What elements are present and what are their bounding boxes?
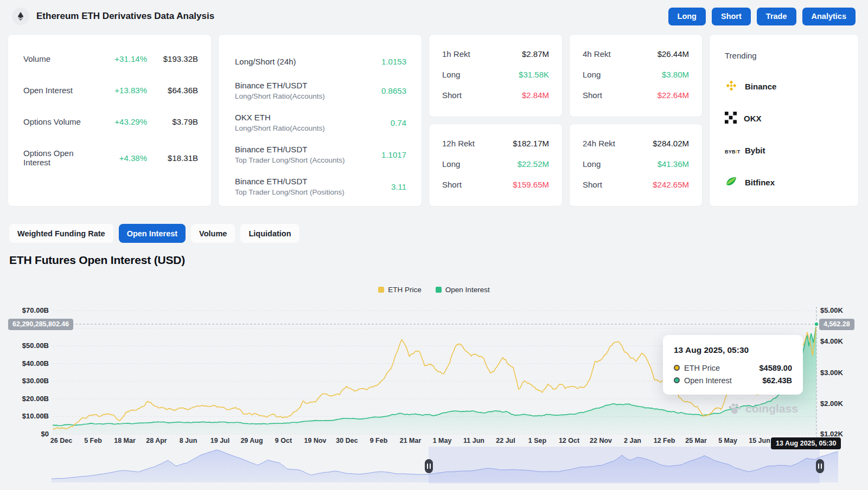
tooltip-date: 13 Aug 2025, 05:30 [674, 345, 792, 355]
header-button-short[interactable]: Short [712, 8, 751, 25]
y-axis-tick-right: $2.00K [820, 399, 866, 408]
rekt-row-label: Long [442, 70, 460, 79]
tab-open-interest[interactable]: Open Interest [119, 224, 186, 243]
header-button-long[interactable]: Long [668, 8, 706, 25]
legend-swatch [378, 287, 384, 293]
trending-list: BinanceOKXBYBITBybitBitfinex [725, 80, 843, 189]
legend-swatch [436, 287, 442, 293]
trending-item-bitfinex[interactable]: Bitfinex [725, 176, 843, 189]
rekt-row-label: Long [583, 70, 601, 79]
rekt-total: $284.02M [653, 139, 689, 148]
stat-label: Volume [23, 54, 100, 63]
rekt-row: Short$242.65M [583, 180, 689, 189]
stat-change: +43.29% [100, 117, 147, 126]
chart-section-title: ETH Futures Open Interest (USD) [9, 254, 185, 267]
y-axis-tick-right: $4.00K [820, 337, 866, 345]
rekt-row-label: Short [583, 91, 602, 100]
tooltip-series-label: ETH Price [684, 364, 755, 372]
trending-item-okx[interactable]: OKX [725, 112, 843, 125]
ratio-value: 1.1017 [381, 150, 406, 159]
navigator-selection[interactable] [429, 447, 820, 483]
rekt-total: $2.87M [522, 49, 549, 59]
rekt-title: 1h Rekt [442, 49, 470, 59]
ratio-row: OKX ETHLong/Short Ratio(Accounts)0.74 [235, 111, 406, 134]
stat-label: Options Volume [23, 117, 100, 126]
ratio-row: Binance ETH/USDTLong/Short Ratio(Account… [235, 79, 406, 102]
coinglass-logo-icon [727, 402, 742, 416]
navigator-left-handle[interactable] [425, 459, 433, 473]
header-button-analytics[interactable]: Analytics [802, 8, 856, 25]
summary-cards: Volume+31.14%$193.32BOpen Interest+13.83… [8, 34, 859, 207]
navigator-chart[interactable] [52, 447, 838, 483]
page-title: Ethereum ETH Derivatives Data Analysis [36, 11, 214, 22]
tab-volume[interactable]: Volume [191, 224, 235, 243]
legend-item-eth-price[interactable]: ETH Price [378, 286, 422, 294]
stat-row: Volume+31.14%$193.32B [23, 54, 198, 63]
legend-item-open-interest[interactable]: Open Interest [436, 286, 490, 294]
stat-change: +13.83% [100, 86, 147, 95]
chart-tabs: Weighted Funding RateOpen InterestVolume… [9, 224, 299, 243]
chart-tooltip: 13 Aug 2025, 05:30 ETH Price$4589.00Open… [663, 335, 803, 395]
rekt-row-value: $3.80M [662, 70, 689, 79]
stat-row: Open Interest+13.83%$64.36B [23, 86, 198, 95]
rekt-title-row: 4h Rekt$26.44M [583, 49, 689, 59]
tab-liquidation[interactable]: Liquidation [240, 224, 299, 243]
rekt-title: 4h Rekt [583, 49, 611, 59]
rekt-title-row: 1h Rekt$2.87M [442, 49, 549, 59]
stat-value: $3.79B [147, 117, 198, 126]
rekt-card-12h: 12h Rekt$182.17MLong$22.52MShort$159.65M [429, 124, 563, 207]
legend-label: Open Interest [445, 286, 490, 294]
ratio-value: 0.8653 [381, 86, 406, 95]
tab-weighted-funding-rate[interactable]: Weighted Funding Rate [9, 224, 113, 243]
chart-legend: ETH PriceOpen Interest [0, 286, 868, 294]
trending-item-label: Binance [745, 82, 776, 91]
volume-stats-card: Volume+31.14%$193.32BOpen Interest+13.83… [8, 34, 212, 207]
rekt-card-4h: 4h Rekt$26.44MLong$3.80MShort$22.64M [569, 34, 703, 117]
trending-item-binance[interactable]: Binance [725, 80, 843, 93]
rekt-row: Short$2.84M [442, 91, 549, 100]
stat-value: $64.36B [147, 86, 198, 95]
tooltip-row: ETH Price$4589.00 [674, 362, 792, 374]
rekt-column-2: 4h Rekt$26.44MLong$3.80MShort$22.64M24h … [569, 34, 703, 207]
ratio-labels: Binance ETH/USDTTop Trader Long/Short (A… [235, 145, 381, 164]
header-button-trade[interactable]: Trade [757, 8, 796, 25]
y-axis-tick-right: $3.00K [820, 369, 866, 377]
ratio-label: Binance ETH/USDT [235, 81, 381, 90]
rekt-total: $26.44M [658, 49, 689, 59]
rekt-row-value: $159.65M [513, 180, 549, 189]
ratio-sublabel: Top Trader Long/Short (Positions) [235, 188, 391, 196]
ratio-row: Binance ETH/USDTTop Trader Long/Short (A… [235, 143, 406, 166]
y-axis-tick-left: $50.00B [3, 341, 49, 350]
navigator-right-handle[interactable] [816, 459, 824, 473]
bybit-icon: BYBIT [725, 146, 738, 155]
crosshair-date-badge: 13 Aug 2025, 05:30 [771, 437, 841, 449]
rekt-card-1h: 1h Rekt$2.87MLong$31.58KShort$2.84M [429, 34, 563, 117]
rekt-row: Long$41.36M [583, 159, 689, 169]
ratio-value: 3.11 [391, 182, 406, 191]
ratio-label: OKX ETH [235, 113, 391, 122]
trending-item-bybit[interactable]: BYBITBybit [725, 144, 843, 157]
rekt-row-label: Short [442, 91, 462, 100]
rekt-row: Long$3.80M [583, 70, 689, 79]
tooltip-series-value: $4589.00 [760, 364, 792, 372]
ethereum-icon [12, 8, 29, 25]
rekt-row-value: $31.58K [519, 70, 549, 79]
stat-change: +31.14% [100, 54, 147, 63]
ratio-labels: Binance ETH/USDTTop Trader Long/Short (P… [235, 177, 391, 196]
rekt-row-value: $22.64M [658, 91, 689, 100]
binance-icon [725, 79, 738, 94]
ratio-label: Long/Short (24h) [235, 57, 381, 66]
coinglass-watermark: coinglass [727, 402, 798, 416]
tooltip-row: Open Interest$62.43B [674, 374, 792, 386]
ratio-sublabel: Long/Short Ratio(Accounts) [235, 124, 391, 132]
coinglass-watermark-text: coinglass [745, 402, 798, 415]
rekt-row-value: $2.84M [522, 91, 549, 100]
rekt-title-row: 12h Rekt$182.17M [442, 139, 549, 148]
ratio-label: Binance ETH/USDT [235, 145, 381, 154]
ratio-labels: Long/Short (24h) [235, 57, 381, 66]
tooltip-series-dot [674, 365, 680, 371]
trending-item-label: Bybit [745, 146, 765, 155]
crosshair-oi-badge: 62,290,285,802.46 [8, 319, 73, 330]
stat-value: $193.32B [147, 54, 198, 63]
tooltip-series-label: Open Interest [684, 376, 758, 385]
